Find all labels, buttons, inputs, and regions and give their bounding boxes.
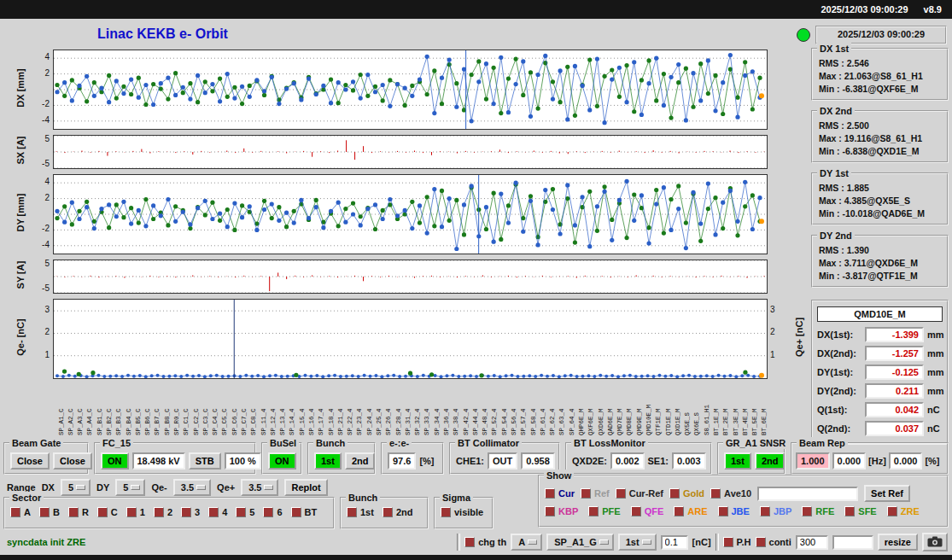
- checkbox-3[interactable]: 3: [181, 507, 200, 517]
- stat-line: Max : 21.063@S8_61_H1: [819, 70, 944, 83]
- fc15-on-button[interactable]: ON: [101, 452, 129, 470]
- status-lamp-icon: [797, 28, 810, 42]
- checkbox-b[interactable]: B: [39, 507, 60, 517]
- x-axis-label: SP_48_4: [482, 408, 488, 435]
- checkbox-are[interactable]: ARE: [674, 506, 707, 516]
- mode-select[interactable]: A: [511, 534, 542, 551]
- monitor-select[interactable]: SP_A1_G: [546, 534, 614, 551]
- checkbox-6[interactable]: 6: [263, 507, 282, 517]
- bunch-1st-button[interactable]: 1st: [314, 452, 342, 470]
- checkbox-c[interactable]: C: [97, 507, 118, 517]
- checkbox-label: ARE: [687, 506, 707, 516]
- range-dy-select[interactable]: 5: [115, 479, 145, 496]
- x-axis-label: QMD8E_M: [626, 408, 633, 435]
- checkbox-1st[interactable]: 1st: [347, 507, 374, 517]
- checkbox-conti[interactable]: conti: [756, 537, 791, 547]
- gr-snsr-2nd-button[interactable]: 2nd: [755, 452, 786, 470]
- x-axis-label: SP_44_4: [472, 408, 479, 435]
- y-tick-label: -2: [24, 224, 50, 233]
- checkbox-pfe[interactable]: PFE: [588, 506, 620, 516]
- x-axis-label: SP_24_4: [366, 408, 373, 435]
- monitor-row-unit: mm: [927, 348, 943, 359]
- ref-name-input[interactable]: [757, 487, 858, 501]
- checkbox-rfe[interactable]: RFE: [802, 506, 834, 516]
- checkbox-label: BT: [305, 507, 318, 517]
- threshold-input[interactable]: [661, 535, 688, 550]
- monitor-row-value: 0.037: [865, 421, 924, 436]
- checkbox-jbp[interactable]: JBP: [760, 506, 791, 516]
- checkbox-1[interactable]: 1: [126, 507, 145, 517]
- range-dx-select[interactable]: 5: [61, 479, 91, 496]
- checkbox-indicator: [154, 507, 164, 517]
- axis-label-qe-plus: Qe+ [nC]: [794, 312, 804, 363]
- checkbox-label: ZRE: [901, 506, 920, 516]
- monitor-row-label: Q(2nd):: [817, 423, 861, 434]
- monitor-row-unit: mm: [927, 386, 943, 396]
- checkbox-jbe[interactable]: JBE: [718, 506, 750, 516]
- stat-group-title: DY 1st: [817, 167, 851, 179]
- checkbox-5[interactable]: 5: [236, 507, 254, 517]
- range-qe-plus-select[interactable]: 3.5: [241, 479, 278, 496]
- group-title-sigma: Sigma: [440, 492, 473, 504]
- group-title-bt-collimator: BT Collimator: [455, 437, 522, 449]
- checkbox-label: 4: [222, 507, 227, 517]
- titlebar-datetime: 2025/12/03 09:00:29: [821, 4, 908, 15]
- checkbox-curref[interactable]: Cur-Ref: [616, 488, 663, 499]
- resize-button[interactable]: resize: [878, 534, 918, 551]
- aux-input[interactable]: [832, 535, 873, 550]
- camera-button[interactable]: [922, 533, 948, 551]
- stat-line: Min : -3.817@QTF1E_M: [819, 270, 944, 283]
- checkbox-sfe[interactable]: SFE: [844, 506, 876, 516]
- beam-gate-close-1-button[interactable]: Close: [10, 452, 50, 470]
- group-title-show: Show: [544, 470, 574, 481]
- checkbox-r[interactable]: R: [68, 507, 89, 517]
- set-ref-button[interactable]: Set Ref: [864, 485, 910, 502]
- separator: [715, 534, 719, 551]
- replot-button[interactable]: Replot: [284, 479, 327, 496]
- range-qe-minus-select[interactable]: 3.5: [173, 479, 211, 496]
- count-input[interactable]: [796, 535, 828, 550]
- gr-snsr-1st-button[interactable]: 1st: [724, 452, 751, 470]
- checkbox-2nd[interactable]: 2nd: [383, 507, 413, 517]
- monitor-row-unit: mm: [927, 330, 943, 340]
- checkbox-a[interactable]: A: [10, 507, 31, 517]
- fc15-kv-value: 18.498 kV: [132, 452, 185, 470]
- checkbox-visible[interactable]: visible: [441, 507, 483, 517]
- checkbox-ave10[interactable]: Ave10: [710, 488, 751, 499]
- bunch-2nd-button[interactable]: 2nd: [345, 452, 376, 470]
- checkbox-zre[interactable]: ZRE: [887, 506, 920, 516]
- checkbox-label: 6: [277, 507, 282, 517]
- stat-line: RMS : 1.390: [819, 244, 944, 257]
- checkbox-qfe[interactable]: QFE: [631, 506, 664, 516]
- x-axis-label: SP_11_4: [260, 408, 267, 435]
- checkbox-bt[interactable]: BT: [291, 507, 318, 517]
- group-title-beam-rep: Beam Rep: [797, 437, 848, 449]
- plot-area-sy: [53, 260, 768, 294]
- checkbox-indicator: [97, 507, 108, 517]
- checkbox-indicator: [441, 507, 451, 517]
- beam-gate-close-2-button[interactable]: Close: [53, 452, 92, 470]
- checkbox-ref[interactable]: Ref: [581, 488, 610, 499]
- bunch-number-select[interactable]: 1st: [618, 534, 657, 551]
- checkbox-cur[interactable]: Cur: [545, 488, 575, 499]
- checkbox-gold[interactable]: Gold: [669, 488, 704, 499]
- x-axis-label: BT_6E_M: [761, 408, 768, 435]
- checkbox-kbp[interactable]: KBP: [545, 506, 578, 516]
- checkbox-indicator: [756, 537, 766, 547]
- checkbox-indicator: [545, 488, 555, 499]
- checkbox-4[interactable]: 4: [208, 507, 227, 517]
- x-axis-label: SP_13_4: [279, 408, 286, 435]
- checkbox-2[interactable]: 2: [154, 507, 172, 517]
- checkbox-label: 5: [249, 507, 254, 517]
- monitor-name: QMD10E_M: [817, 306, 943, 322]
- x-axis-label: SP_62_4: [549, 408, 556, 435]
- busel-group: BuSel ON: [261, 442, 302, 475]
- x-axis-label: SP_12_4: [270, 408, 277, 435]
- beam-rep-hz-unit: [Hz]: [868, 456, 886, 466]
- fc15-stb-button[interactable]: STB: [189, 452, 221, 470]
- y-ticks-q: 321: [7, 299, 51, 377]
- checkbox-chg-th[interactable]: chg th: [464, 537, 506, 547]
- busel-on-button[interactable]: ON: [268, 452, 296, 470]
- x-axis-label: SP_A2_C: [67, 408, 74, 435]
- checkbox-ph[interactable]: P.H: [723, 537, 751, 547]
